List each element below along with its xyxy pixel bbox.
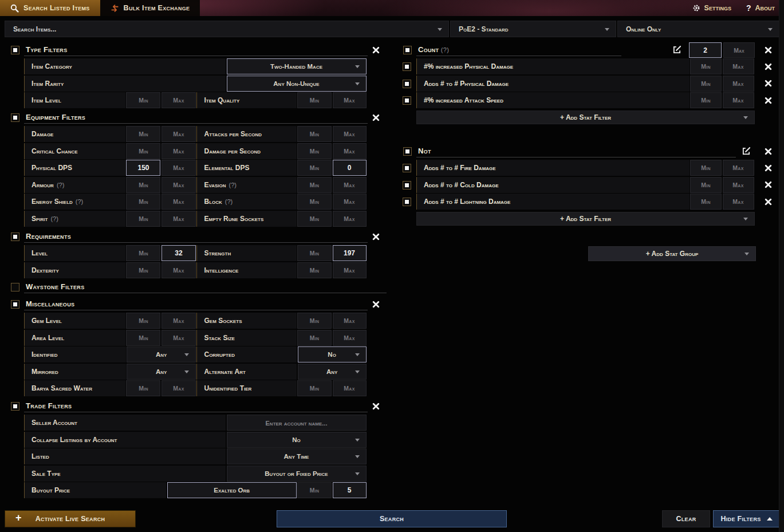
min-input[interactable] — [690, 76, 722, 92]
max-input[interactable] — [161, 313, 196, 329]
max-input[interactable] — [333, 177, 367, 193]
max-input[interactable] — [161, 380, 196, 396]
max-input[interactable] — [333, 126, 367, 142]
max-input[interactable] — [161, 126, 196, 142]
min-input[interactable] — [297, 92, 332, 108]
add-stat-group-button[interactable]: + Add Stat Group — [588, 246, 756, 261]
min-input[interactable] — [297, 482, 332, 498]
max-input[interactable] — [333, 143, 367, 159]
min-input[interactable] — [690, 177, 722, 193]
remove-stat-filter-button[interactable] — [763, 62, 773, 71]
dropdown-select[interactable]: Exalted Orb — [167, 482, 297, 498]
add-stat-filter-button[interactable]: + Add Stat Filter — [416, 111, 755, 124]
max-input[interactable] — [333, 245, 367, 261]
dropdown-select[interactable]: No — [298, 346, 367, 362]
max-input[interactable] — [161, 262, 196, 278]
min-input[interactable] — [126, 211, 160, 227]
min-input[interactable] — [126, 380, 160, 396]
min-input[interactable] — [126, 92, 160, 108]
min-input[interactable] — [126, 245, 160, 261]
remove-stat-filter-button[interactable] — [763, 96, 773, 105]
stat-checkbox[interactable] — [403, 198, 411, 206]
dropdown-select[interactable]: Buyout or Fixed Price — [227, 466, 367, 482]
min-input[interactable] — [126, 160, 160, 176]
close-section-button[interactable] — [371, 401, 380, 411]
remove-stat-filter-button[interactable] — [763, 163, 773, 172]
stat-checkbox[interactable] — [403, 164, 411, 172]
section-checkbox[interactable] — [11, 113, 19, 122]
min-input[interactable] — [297, 380, 332, 396]
max-input[interactable] — [161, 92, 196, 108]
min-input[interactable] — [690, 92, 722, 108]
min-input[interactable] — [126, 143, 160, 159]
account-name-input[interactable] — [227, 415, 367, 431]
count-min-input[interactable] — [689, 42, 722, 58]
max-input[interactable] — [333, 482, 367, 498]
min-input[interactable] — [690, 58, 722, 74]
min-input[interactable] — [297, 177, 332, 193]
min-input[interactable] — [126, 194, 160, 210]
dropdown-select[interactable]: Any Time — [227, 448, 367, 464]
scrollbar[interactable] — [779, 0, 784, 532]
activate-live-search-button[interactable]: + Activate Live Search — [5, 510, 136, 527]
min-input[interactable] — [297, 313, 332, 329]
remove-stat-filter-button[interactable] — [763, 79, 773, 88]
max-input[interactable] — [333, 194, 367, 210]
count-max-input[interactable] — [723, 42, 755, 58]
remove-stat-filter-button[interactable] — [763, 180, 773, 190]
dropdown-select[interactable]: No — [227, 432, 367, 448]
close-stat-group-button[interactable] — [763, 45, 773, 54]
max-input[interactable] — [723, 76, 754, 92]
min-input[interactable] — [297, 211, 332, 227]
section-checkbox[interactable] — [11, 402, 19, 411]
stat-checkbox[interactable] — [403, 80, 411, 88]
min-input[interactable] — [297, 126, 332, 142]
min-input[interactable] — [126, 177, 160, 193]
min-input[interactable] — [297, 330, 332, 346]
max-input[interactable] — [161, 177, 196, 193]
close-section-button[interactable] — [371, 300, 380, 309]
max-input[interactable] — [333, 262, 367, 278]
section-checkbox[interactable] — [403, 46, 412, 54]
max-input[interactable] — [161, 330, 196, 346]
max-input[interactable] — [161, 160, 196, 176]
max-input[interactable] — [333, 313, 367, 329]
min-input[interactable] — [297, 160, 332, 176]
close-section-button[interactable] — [371, 232, 380, 241]
max-input[interactable] — [161, 245, 196, 261]
stat-checkbox[interactable] — [403, 62, 411, 71]
max-input[interactable] — [161, 194, 196, 210]
section-checkbox[interactable] — [11, 283, 19, 291]
section-checkbox[interactable] — [11, 232, 19, 241]
close-stat-group-button[interactable] — [763, 147, 773, 156]
min-input[interactable] — [297, 262, 332, 278]
clear-button[interactable]: Clear — [662, 510, 710, 527]
max-input[interactable] — [333, 160, 367, 176]
max-input[interactable] — [161, 211, 196, 227]
search-button[interactable]: Search — [277, 510, 507, 527]
remove-stat-filter-button[interactable] — [763, 197, 773, 206]
max-input[interactable] — [333, 330, 367, 346]
max-input[interactable] — [333, 380, 367, 396]
section-checkbox[interactable] — [11, 46, 19, 54]
max-input[interactable] — [723, 160, 754, 176]
min-input[interactable] — [297, 143, 332, 159]
section-checkbox[interactable] — [11, 300, 19, 309]
max-input[interactable] — [723, 177, 754, 193]
max-input[interactable] — [723, 194, 754, 210]
max-input[interactable] — [333, 211, 367, 227]
min-input[interactable] — [297, 194, 332, 210]
edit-stats-button[interactable] — [672, 45, 682, 55]
section-checkbox[interactable] — [403, 147, 412, 156]
dropdown-select[interactable]: Any — [127, 346, 196, 362]
max-input[interactable] — [723, 92, 754, 108]
min-input[interactable] — [690, 160, 722, 176]
edit-stats-button[interactable] — [742, 147, 751, 156]
dropdown-select[interactable]: Any — [127, 364, 196, 380]
min-input[interactable] — [126, 262, 160, 278]
close-section-button[interactable] — [371, 113, 380, 122]
stat-checkbox[interactable] — [403, 181, 411, 190]
max-input[interactable] — [333, 92, 367, 108]
hide-filters-button[interactable]: Hide Filters — [713, 510, 780, 527]
min-input[interactable] — [126, 330, 160, 346]
